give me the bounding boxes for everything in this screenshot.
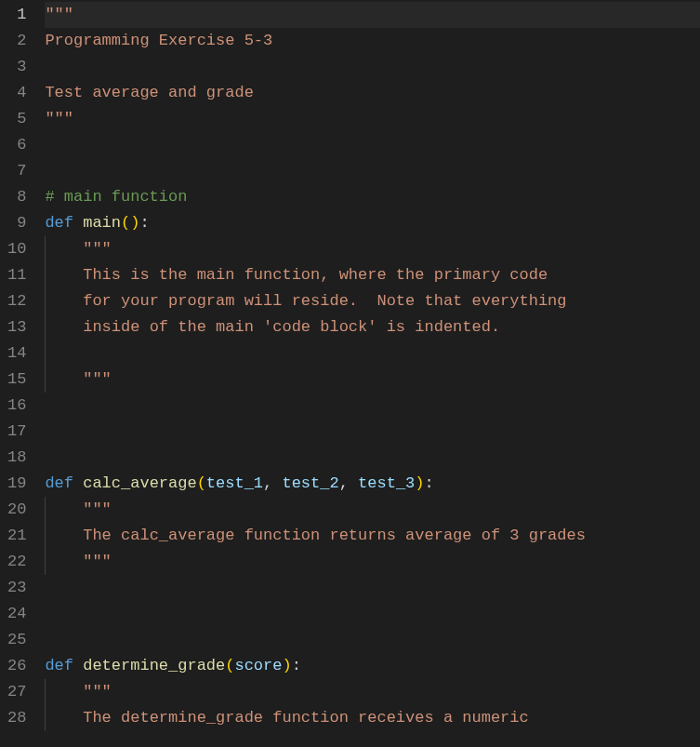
- line-number: 3: [7, 54, 26, 80]
- code-line[interactable]: """: [45, 497, 700, 523]
- indent-guide: [45, 262, 46, 288]
- token: [73, 657, 83, 674]
- token: def: [45, 474, 73, 492]
- code-line[interactable]: [45, 393, 700, 419]
- indent-guide: [45, 236, 46, 262]
- token: test_2: [282, 474, 338, 492]
- line-number: 17: [7, 419, 26, 445]
- line-number: 1: [7, 2, 26, 28]
- code-line[interactable]: """: [45, 549, 700, 575]
- token: ): [415, 474, 424, 492]
- line-number: 12: [7, 288, 26, 314]
- token: [45, 709, 83, 727]
- indent-guide: [45, 367, 46, 393]
- token: This is the main function, where the pri…: [83, 266, 548, 284]
- token: test_1: [206, 474, 263, 492]
- line-number: 24: [7, 601, 26, 627]
- code-line[interactable]: [45, 445, 700, 471]
- token: [45, 318, 83, 336]
- token: for your program will reside. Note that …: [83, 292, 566, 310]
- line-number: 26: [7, 653, 26, 679]
- line-number: 8: [7, 184, 26, 210]
- code-line[interactable]: This is the main function, where the pri…: [45, 262, 700, 288]
- token: def: [45, 657, 73, 674]
- token: (): [121, 214, 139, 232]
- token: calc_average: [83, 474, 196, 492]
- token: The calc_average function returns averag…: [83, 527, 586, 544]
- token: (: [197, 474, 206, 492]
- code-line[interactable]: # main function: [45, 184, 700, 210]
- token: ): [282, 657, 291, 674]
- code-line[interactable]: Test average and grade: [45, 80, 700, 106]
- code-line[interactable]: [45, 627, 700, 653]
- line-number: 25: [7, 627, 26, 653]
- token: test_3: [358, 474, 415, 492]
- indent-guide: [45, 705, 46, 731]
- code-editor[interactable]: 1234567891011121314151617181920212223242…: [0, 0, 700, 747]
- code-line[interactable]: for your program will reside. Note that …: [45, 288, 700, 314]
- line-number: 9: [7, 210, 26, 236]
- token: [45, 370, 83, 388]
- token: ,: [263, 474, 282, 492]
- line-number: 6: [7, 132, 26, 158]
- token: [45, 240, 83, 258]
- line-number: 5: [7, 106, 26, 132]
- code-line[interactable]: The determine_grade function receives a …: [45, 705, 700, 731]
- line-number: 2: [7, 28, 26, 54]
- code-line[interactable]: """: [45, 367, 700, 393]
- line-number: 23: [7, 575, 26, 601]
- token: """: [83, 240, 112, 258]
- indent-guide: [45, 340, 46, 367]
- indent-guide: [45, 497, 46, 523]
- line-number: 28: [7, 705, 26, 731]
- code-line[interactable]: inside of the main 'code block' is inden…: [45, 314, 700, 340]
- line-number: 7: [7, 158, 26, 184]
- token: [73, 474, 83, 492]
- code-line[interactable]: [45, 419, 700, 445]
- code-line[interactable]: [45, 601, 700, 627]
- token: :: [292, 657, 301, 674]
- token: inside of the main 'code block' is inden…: [83, 318, 500, 336]
- code-line[interactable]: """: [45, 106, 700, 132]
- code-line[interactable]: """: [45, 236, 700, 262]
- code-line[interactable]: def calc_average(test_1, test_2, test_3)…: [45, 471, 700, 497]
- code-line[interactable]: def main():: [45, 210, 700, 236]
- line-number: 20: [7, 497, 26, 523]
- code-line[interactable]: """: [45, 679, 700, 705]
- token: Test average and grade: [45, 84, 253, 101]
- code-area[interactable]: """Programming Exercise 5-3Test average …: [45, 0, 700, 747]
- token: """: [83, 500, 112, 518]
- code-line[interactable]: [45, 340, 700, 367]
- token: determine_grade: [83, 657, 225, 674]
- token: # main function: [45, 188, 187, 206]
- token: (: [225, 657, 234, 674]
- line-number: 22: [7, 549, 26, 575]
- token: :: [139, 214, 149, 232]
- line-number: 10: [7, 236, 26, 262]
- code-line[interactable]: The calc_average function returns averag…: [45, 523, 700, 549]
- token: main: [83, 214, 121, 232]
- code-line[interactable]: [45, 158, 700, 184]
- line-number: 16: [7, 393, 26, 419]
- code-line[interactable]: [45, 54, 700, 80]
- token: """: [83, 683, 112, 700]
- indent-guide: [45, 314, 46, 340]
- token: [45, 500, 83, 518]
- line-number: 27: [7, 679, 26, 705]
- token: """: [45, 110, 73, 127]
- code-line[interactable]: [45, 575, 700, 601]
- code-line[interactable]: def determine_grade(score):: [45, 653, 700, 679]
- token: The determine_grade function receives a …: [83, 709, 528, 727]
- code-line[interactable]: [45, 132, 700, 158]
- token: Programming Exercise 5-3: [45, 32, 272, 49]
- token: [45, 683, 83, 700]
- line-number: 15: [7, 367, 26, 393]
- token: [73, 214, 83, 232]
- indent-guide: [45, 549, 46, 575]
- line-number: 19: [7, 471, 26, 497]
- token: def: [45, 214, 73, 232]
- token: """: [83, 553, 112, 570]
- line-number: 13: [7, 314, 26, 340]
- code-line[interactable]: """: [45, 2, 700, 28]
- code-line[interactable]: Programming Exercise 5-3: [45, 28, 700, 54]
